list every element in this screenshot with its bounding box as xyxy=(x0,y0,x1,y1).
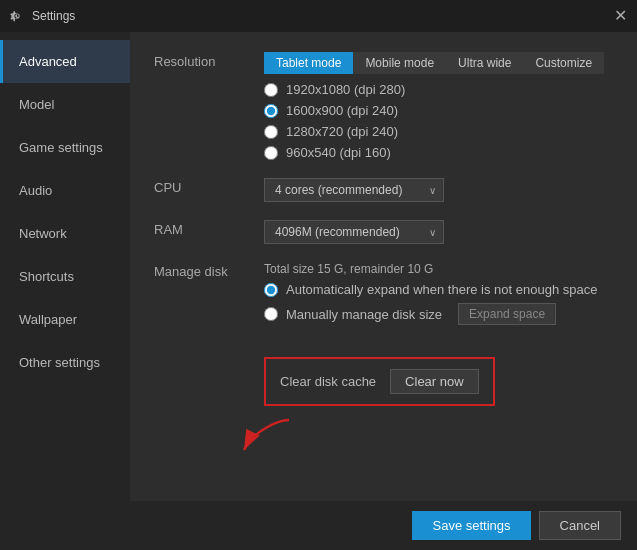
resolution-radio-540[interactable] xyxy=(264,146,278,160)
disk-radio-manual[interactable] xyxy=(264,307,278,321)
footer: Save settings Cancel xyxy=(130,501,637,550)
title-bar: Settings ✕ xyxy=(0,0,637,32)
settings-icon xyxy=(10,9,24,23)
resolution-options: 1920x1080 (dpi 280) 1600x900 (dpi 240) 1… xyxy=(264,82,613,160)
cpu-control: 4 cores (recommended) 2 cores 8 cores xyxy=(264,178,613,202)
tab-ultra-wide[interactable]: Ultra wide xyxy=(446,52,523,74)
ram-label: RAM xyxy=(154,220,264,237)
sidebar-item-wallpaper[interactable]: Wallpaper xyxy=(0,298,130,341)
clear-cache-section: Clear disk cache Clear now xyxy=(264,343,613,463)
sidebar-item-audio[interactable]: Audio xyxy=(0,169,130,212)
manage-disk-row: Manage disk Total size 15 G, remainder 1… xyxy=(154,262,613,325)
red-arrow-icon xyxy=(234,410,304,460)
resolution-option-1080[interactable]: 1920x1080 (dpi 280) xyxy=(264,82,613,97)
cancel-button[interactable]: Cancel xyxy=(539,511,621,540)
disk-label-auto: Automatically expand when there is not e… xyxy=(286,282,597,297)
window-title: Settings xyxy=(32,9,75,23)
disk-label-manual: Manually manage disk size xyxy=(286,307,442,322)
resolution-radio-720[interactable] xyxy=(264,125,278,139)
resolution-label: Resolution xyxy=(154,52,264,69)
manage-disk-control: Total size 15 G, remainder 10 G Automati… xyxy=(264,262,613,325)
main-layout: Advanced Model Game settings Audio Netwo… xyxy=(0,32,637,550)
ram-row: RAM 4096M (recommended) 2048M 8192M xyxy=(154,220,613,244)
save-settings-button[interactable]: Save settings xyxy=(412,511,530,540)
tab-tablet-mode[interactable]: Tablet mode xyxy=(264,52,353,74)
resolution-option-540[interactable]: 960x540 (dpi 160) xyxy=(264,145,613,160)
disk-option-manual[interactable]: Manually manage disk size Expand space xyxy=(264,303,613,325)
disk-radio-group: Automatically expand when there is not e… xyxy=(264,282,613,325)
resolution-radio-1080[interactable] xyxy=(264,83,278,97)
cpu-select[interactable]: 4 cores (recommended) 2 cores 8 cores xyxy=(264,178,444,202)
disk-option-auto[interactable]: Automatically expand when there is not e… xyxy=(264,282,613,297)
disk-radio-auto[interactable] xyxy=(264,283,278,297)
ram-control: 4096M (recommended) 2048M 8192M xyxy=(264,220,613,244)
disk-info: Total size 15 G, remainder 10 G xyxy=(264,262,613,276)
sidebar-item-shortcuts[interactable]: Shortcuts xyxy=(0,255,130,298)
clear-cache-row: Clear disk cache Clear now xyxy=(264,357,495,406)
ram-select-wrapper: 4096M (recommended) 2048M 8192M xyxy=(264,220,444,244)
close-button[interactable]: ✕ xyxy=(614,8,627,24)
resolution-radio-900[interactable] xyxy=(264,104,278,118)
sidebar-item-advanced[interactable]: Advanced xyxy=(0,40,130,83)
expand-space-button[interactable]: Expand space xyxy=(458,303,556,325)
resolution-option-900[interactable]: 1600x900 (dpi 240) xyxy=(264,103,613,118)
cpu-label: CPU xyxy=(154,178,264,195)
tab-mobile-mode[interactable]: Mobile mode xyxy=(353,52,446,74)
resolution-row: Resolution Tablet mode Mobile mode Ultra… xyxy=(154,52,613,160)
title-bar-left: Settings xyxy=(10,9,75,23)
sidebar-item-model[interactable]: Model xyxy=(0,83,130,126)
clear-now-button[interactable]: Clear now xyxy=(390,369,479,394)
resolution-label-1080: 1920x1080 (dpi 280) xyxy=(286,82,405,97)
resolution-label-720: 1280x720 (dpi 240) xyxy=(286,124,398,139)
resolution-option-720[interactable]: 1280x720 (dpi 240) xyxy=(264,124,613,139)
resolution-label-900: 1600x900 (dpi 240) xyxy=(286,103,398,118)
sidebar-item-network[interactable]: Network xyxy=(0,212,130,255)
arrow-annotation xyxy=(234,410,304,463)
cpu-row: CPU 4 cores (recommended) 2 cores 8 core… xyxy=(154,178,613,202)
ram-select[interactable]: 4096M (recommended) 2048M 8192M xyxy=(264,220,444,244)
resolution-label-540: 960x540 (dpi 160) xyxy=(286,145,391,160)
content-area: Resolution Tablet mode Mobile mode Ultra… xyxy=(130,32,637,550)
resolution-tabs: Tablet mode Mobile mode Ultra wide Custo… xyxy=(264,52,613,74)
resolution-control: Tablet mode Mobile mode Ultra wide Custo… xyxy=(264,52,613,160)
sidebar: Advanced Model Game settings Audio Netwo… xyxy=(0,32,130,550)
tab-customize[interactable]: Customize xyxy=(523,52,604,74)
sidebar-item-game-settings[interactable]: Game settings xyxy=(0,126,130,169)
sidebar-item-other-settings[interactable]: Other settings xyxy=(0,341,130,384)
clear-cache-label: Clear disk cache xyxy=(280,374,376,389)
manage-disk-label: Manage disk xyxy=(154,262,264,279)
cpu-select-wrapper: 4 cores (recommended) 2 cores 8 cores xyxy=(264,178,444,202)
